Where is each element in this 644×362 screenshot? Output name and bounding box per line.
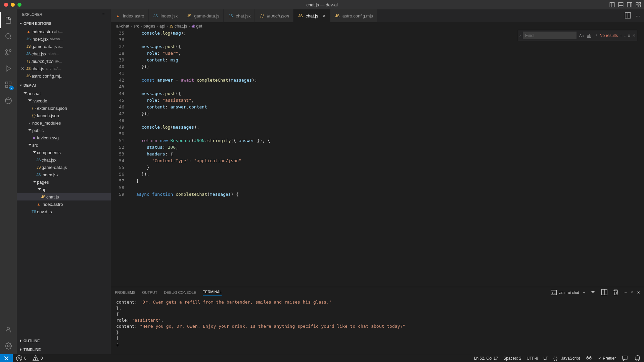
editor-pane[interactable]: › Aa ab .* No results ↑ ↓ ≡ ✕ 3536373839… — [111, 30, 644, 287]
tree-item[interactable]: JSindex.jsx — [17, 171, 111, 178]
search-tab[interactable] — [0, 28, 16, 44]
editor-tab[interactable]: JSchat.js✕ — [293, 9, 330, 22]
bell-icon[interactable] — [631, 355, 644, 362]
close-window-button[interactable] — [4, 3, 8, 7]
explorer-tab[interactable] — [0, 12, 16, 28]
tree-item[interactable]: public — [17, 127, 111, 134]
editor-tab[interactable]: ▲index.astro — [111, 9, 149, 22]
code-content[interactable]: console.log(msg); messages.push({ role: … — [131, 30, 644, 287]
outline-header[interactable]: OUTLINE — [17, 336, 111, 345]
open-editor-item[interactable]: ✕JSchat.jsai-chat/... — [17, 65, 111, 72]
explorer-more-icon[interactable]: ⋯ — [102, 12, 105, 16]
encoding[interactable]: UTF-8 — [524, 355, 541, 362]
edge-tools-tab[interactable] — [0, 93, 16, 109]
tree-item[interactable]: { }extensions.json — [17, 104, 111, 112]
panel-tab[interactable]: PROBLEMS — [115, 290, 135, 295]
indentation[interactable]: Spaces: 2 — [501, 355, 524, 362]
tab-close-icon[interactable]: ✕ — [322, 13, 326, 18]
panel-close-icon[interactable]: ✕ — [637, 290, 640, 295]
regex-icon[interactable]: .* — [594, 33, 598, 38]
split-editor-icon[interactable] — [624, 12, 632, 20]
find-expand-icon[interactable]: › — [519, 33, 521, 38]
panel-tab[interactable]: TERMINAL — [203, 290, 222, 296]
settings-tab[interactable] — [0, 338, 16, 354]
tree-item[interactable]: ai-chat — [17, 90, 111, 97]
terminal-add-icon[interactable]: + — [583, 290, 585, 295]
tree-item[interactable]: pages — [17, 178, 111, 186]
tree-item-label: components — [37, 150, 61, 155]
match-case-icon[interactable]: Aa — [579, 33, 584, 38]
toggle-primary-sidebar-icon[interactable] — [609, 2, 615, 8]
close-editor-icon[interactable]: ✕ — [19, 66, 26, 71]
open-editor-item[interactable]: { }launch.jsonai-... — [17, 57, 111, 65]
match-word-icon[interactable]: ab — [586, 33, 592, 38]
tree-item[interactable]: JSchat.js — [17, 193, 111, 200]
project-header[interactable]: DEV-AI — [17, 81, 111, 90]
source-control-tab[interactable] — [0, 44, 16, 60]
find-next-icon[interactable]: ↓ — [624, 33, 626, 38]
tree-item[interactable]: components — [17, 149, 111, 156]
terminal-kill-icon[interactable] — [612, 288, 619, 297]
open-editor-item[interactable]: JSchat.jsxai-ch... — [17, 50, 111, 57]
copilot-icon[interactable] — [583, 355, 595, 362]
feedback-icon[interactable] — [618, 355, 631, 362]
tab-more-icon[interactable]: ⋯ — [636, 13, 640, 18]
errors-button[interactable]: 0 — [13, 355, 29, 362]
tree-item[interactable]: JSgame-data.js — [17, 164, 111, 171]
tree-item[interactable]: { }launch.json — [17, 112, 111, 119]
terminal-content[interactable]: content: 'Dr. Owen gets a refill from th… — [111, 298, 644, 354]
editor-tab[interactable]: JSindex.jsx — [149, 9, 182, 22]
tree-item[interactable]: api — [17, 186, 111, 193]
timeline-header[interactable]: TIMELINE — [17, 345, 111, 354]
tree-item-label: env.d.ts — [37, 209, 52, 214]
tree-item[interactable]: ▲index.astro — [17, 200, 111, 208]
warnings-button[interactable]: 0 — [29, 355, 46, 362]
breadcrumbs[interactable]: ai-chat›src›pages›api›JS chat.js›◉ get — [111, 22, 644, 30]
terminal-split-icon[interactable] — [601, 288, 608, 297]
accounts-tab[interactable] — [0, 322, 16, 338]
open-editor-item[interactable]: JSindex.jsxai-cha... — [17, 35, 111, 43]
language-mode[interactable]: { } JavaScript — [551, 355, 583, 362]
terminal-more-icon[interactable]: ⋯ — [624, 290, 627, 295]
open-editor-item[interactable]: ▲index.astroai-c... — [17, 28, 111, 35]
find-selection-icon[interactable]: ≡ — [628, 33, 630, 38]
find-prev-icon[interactable]: ↑ — [620, 33, 622, 38]
editor-tab[interactable]: JSgame-data.js — [182, 9, 224, 22]
breadcrumb-item[interactable]: src — [133, 24, 139, 29]
maximize-window-button[interactable] — [17, 3, 21, 7]
remote-button[interactable] — [0, 354, 13, 362]
extensions-tab[interactable]: 7 — [0, 77, 16, 93]
terminal-dropdown-icon[interactable] — [589, 288, 597, 297]
find-close-icon[interactable]: ✕ — [632, 33, 636, 38]
breadcrumb-item[interactable]: api — [159, 24, 165, 29]
open-editor-item[interactable]: JSgame-data.jsa... — [17, 43, 111, 50]
open-editors-header[interactable]: OPEN EDITORS — [17, 19, 111, 28]
run-debug-tab[interactable] — [0, 60, 16, 77]
panel-maximize-icon[interactable]: ^ — [631, 290, 633, 295]
cursor-position[interactable]: Ln 52, Col 17 — [471, 355, 501, 362]
eol[interactable]: LF — [541, 355, 551, 362]
breadcrumb-item[interactable]: pages — [143, 24, 155, 29]
tree-item[interactable]: TSenv.d.ts — [17, 208, 111, 215]
panel-tab[interactable]: OUTPUT — [142, 290, 157, 295]
breadcrumb-item[interactable]: ◉ get — [191, 24, 202, 29]
tree-item[interactable]: src — [17, 141, 111, 149]
tree-item[interactable]: ›node_modules — [17, 119, 111, 127]
customize-layout-icon[interactable] — [635, 2, 641, 8]
terminal-shell-icon[interactable]: zsh - ai-chat — [550, 289, 579, 296]
toggle-panel-icon[interactable] — [618, 2, 624, 8]
toggle-secondary-sidebar-icon[interactable] — [627, 2, 633, 8]
tree-item[interactable]: ◆favicon.svg — [17, 134, 111, 141]
find-input[interactable] — [523, 32, 577, 39]
open-editor-item[interactable]: JSastro.config.mj... — [17, 72, 111, 80]
panel-tab[interactable]: DEBUG CONSOLE — [164, 290, 196, 295]
editor-tab[interactable]: JSastro.config.mjs — [330, 9, 377, 22]
editor-tab[interactable]: JSchat.jsx — [224, 9, 255, 22]
minimize-window-button[interactable] — [11, 3, 15, 7]
editor-tab[interactable]: { }launch.json — [255, 9, 293, 22]
tree-item[interactable]: JSchat.jsx — [17, 156, 111, 164]
breadcrumb-item[interactable]: JS chat.js — [170, 24, 187, 29]
breadcrumb-item[interactable]: ai-chat — [116, 24, 129, 29]
tree-item[interactable]: .vscode — [17, 97, 111, 104]
prettier-button[interactable]: ✓ Prettier — [595, 355, 618, 362]
